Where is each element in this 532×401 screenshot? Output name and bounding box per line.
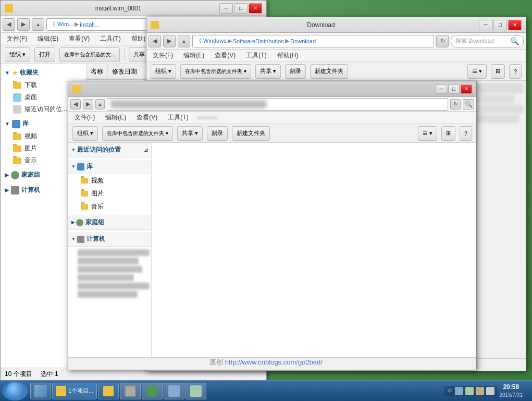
up-btn-w2[interactable]: ▲ <box>178 35 190 47</box>
size-btn-w3[interactable]: ⊞ <box>441 126 455 141</box>
path-install[interactable]: install... <box>80 21 99 28</box>
search-box-download[interactable]: 搜索 Download 🔍 <box>451 35 524 47</box>
sidebar-video-w3[interactable]: 视频 <box>68 174 151 187</box>
homegroup-header-w3[interactable]: ▶ 家庭组 <box>68 215 151 230</box>
minimize-btn-w2[interactable]: ─ <box>479 20 492 30</box>
view-btn-w2[interactable]: ☰ ▾ <box>467 64 487 79</box>
up-btn-w3[interactable]: ▲ <box>95 99 105 110</box>
menu-tools-w2[interactable]: 工具(T) <box>244 50 268 61</box>
menubar-inner: 文件(F) 编辑(E) 查看(V) 工具(T) <box>68 112 476 124</box>
view-btn-w3[interactable]: ☰ ▾ <box>418 126 437 141</box>
computer-header-w3[interactable]: ▼ 计算机 <box>68 232 151 247</box>
menu-blurred-w3[interactable] <box>197 117 218 119</box>
up-button[interactable]: ▲ <box>32 18 44 31</box>
recent-icon <box>13 105 21 114</box>
sidebar-music-w3[interactable]: 音乐 <box>68 200 151 213</box>
new-folder-btn-w2[interactable]: 新建文件夹 <box>310 64 348 79</box>
forward-btn-w3[interactable]: ▶ <box>83 99 93 110</box>
window-controls[interactable]: ─ □ ✕ <box>219 3 262 14</box>
window2-controls[interactable]: ─ □ ✕ <box>479 20 522 30</box>
taskbar-folder2[interactable] <box>98 383 119 399</box>
close-btn-w3[interactable]: ✕ <box>461 84 472 94</box>
menu-tools-w3[interactable]: 工具(T) <box>166 112 190 123</box>
taskbar-explorer[interactable] <box>30 383 51 399</box>
recent-places-header-w3[interactable]: ▼ 最近访问的位置 ⊿ <box>68 143 151 157</box>
library-icon <box>12 120 20 128</box>
menu-file[interactable]: 文件(F) <box>5 33 29 44</box>
sys-tray: 中 <box>444 386 498 396</box>
forward-button[interactable]: ▶ <box>17 18 30 31</box>
folder-video-w3 <box>81 178 88 184</box>
burn-btn-w3[interactable]: 刻录 <box>207 126 228 141</box>
window3-controls[interactable]: ─ □ ✕ <box>436 84 472 94</box>
favorites-header[interactable]: ▼ ★ 收藏夹 <box>1 66 86 79</box>
include-btn-w2[interactable]: 在库中包含所选的文件夹 ▾ <box>180 64 251 79</box>
refresh-btn-w3[interactable]: ↻ <box>450 99 461 110</box>
menu-view[interactable]: 查看(V) <box>67 33 92 44</box>
menu-edit-w2[interactable]: 编辑(E) <box>181 50 206 61</box>
organize-btn[interactable]: 组织 ▾ <box>5 47 30 62</box>
details-btn-w2[interactable]: ⊞ <box>491 64 505 79</box>
path-software[interactable]: SoftwareDistribution <box>233 38 284 44</box>
menu-view-w2[interactable]: 查看(V) <box>213 50 238 61</box>
back-button[interactable]: ◀ <box>3 18 15 31</box>
minimize-button[interactable]: ─ <box>219 3 233 14</box>
organize-btn-w2[interactable]: 组织 ▾ <box>151 64 176 79</box>
back-btn-w2[interactable]: ◀ <box>149 35 161 47</box>
minimize-btn-w3[interactable]: ─ <box>436 84 447 94</box>
volume-tray-icon[interactable] <box>465 387 474 395</box>
menu-view-w3[interactable]: 查看(V) <box>134 112 159 123</box>
watermark-link[interactable]: http://www.cnblogs.com/go2bed/ <box>225 358 323 366</box>
col-date-header[interactable]: 修改日期 <box>108 65 150 78</box>
taskbar-folder-item[interactable]: 1个项目... <box>52 383 97 399</box>
action-center-icon[interactable] <box>486 387 494 395</box>
help-btn-w2[interactable]: ? <box>509 64 522 79</box>
menu-file-w2[interactable]: 文件(F) <box>151 50 175 61</box>
close-button[interactable]: ✕ <box>249 3 262 14</box>
open-btn[interactable]: 打开 <box>34 47 55 62</box>
close-btn-w2[interactable]: ✕ <box>508 20 522 30</box>
library-header-w3[interactable]: ▼ 库 <box>68 160 151 174</box>
recent-places-label-w3: 最近访问的位置 <box>77 145 121 154</box>
new-folder-btn-w3[interactable]: 新建文件夹 <box>232 126 270 141</box>
include-btn[interactable]: 在库中包含所选的文... <box>59 47 120 62</box>
path-windows[interactable]: 《 Windows <box>196 37 227 45</box>
restore-btn-w3[interactable]: □ <box>448 84 460 94</box>
drive-w3-6 <box>78 291 138 298</box>
address-path-inner[interactable] <box>107 98 448 111</box>
forward-btn-w2[interactable]: ▶ <box>163 35 176 47</box>
organize-btn-w3[interactable]: 组织 ▾ <box>72 126 98 141</box>
include-btn-w3[interactable]: 在库中包含所选的文件夹 ▾ <box>102 126 173 141</box>
selected-count: 选中 1 <box>41 370 58 379</box>
share-btn-w2[interactable]: 共享 ▾ <box>255 64 281 79</box>
sidebar-picture-w3[interactable]: 图片 <box>68 187 151 200</box>
computer-label: 计算机 <box>21 186 40 195</box>
path-wim[interactable]: 《 Wim... <box>50 20 73 28</box>
start-button[interactable] <box>2 382 28 400</box>
col-name-header[interactable]: 名称 <box>86 65 108 78</box>
restore-button[interactable]: □ <box>234 3 248 14</box>
titlebar-download: Download ─ □ ✕ <box>146 17 526 33</box>
taskbar-cpu-icon[interactable] <box>120 383 141 399</box>
restore-btn-w2[interactable]: □ <box>493 20 507 30</box>
taskbar-winupdate-icon[interactable] <box>142 383 163 399</box>
address-path-download[interactable]: 《 Windows ▶ SoftwareDistribution ▶ Downl… <box>192 35 434 47</box>
burn-btn-w2[interactable]: 刻录 <box>285 64 306 79</box>
help-btn-w3[interactable]: ? <box>460 126 472 141</box>
menu-tools[interactable]: 工具(T) <box>98 33 122 44</box>
refresh-btn-w2[interactable]: ↻ <box>436 35 449 47</box>
back-btn-w3[interactable]: ◀ <box>70 99 81 110</box>
menu-edit-w3[interactable]: 编辑(E) <box>103 112 128 123</box>
taskbar-settings-icon[interactable] <box>185 383 206 399</box>
share-btn-w3[interactable]: 共享 ▾ <box>177 126 203 141</box>
network-tray-icon[interactable] <box>455 387 463 395</box>
window-inner[interactable]: ─ □ ✕ ◀ ▶ ▲ ↻ 🔍 文件(F) 编辑(E) 查看(V) 工具(T) … <box>68 81 477 370</box>
battery-tray-icon[interactable] <box>476 387 484 395</box>
menu-file-w3[interactable]: 文件(F) <box>72 112 97 123</box>
menu-edit[interactable]: 编辑(E) <box>35 33 60 44</box>
clock-display[interactable]: 20:58 2015/7/31 <box>500 383 523 398</box>
path-download[interactable]: Download <box>290 38 316 44</box>
taskbar-recycle-icon[interactable] <box>164 383 184 399</box>
search-icon-btn-w3[interactable]: 🔍 <box>463 99 474 110</box>
menu-help-w2[interactable]: 帮助(H) <box>275 50 301 61</box>
